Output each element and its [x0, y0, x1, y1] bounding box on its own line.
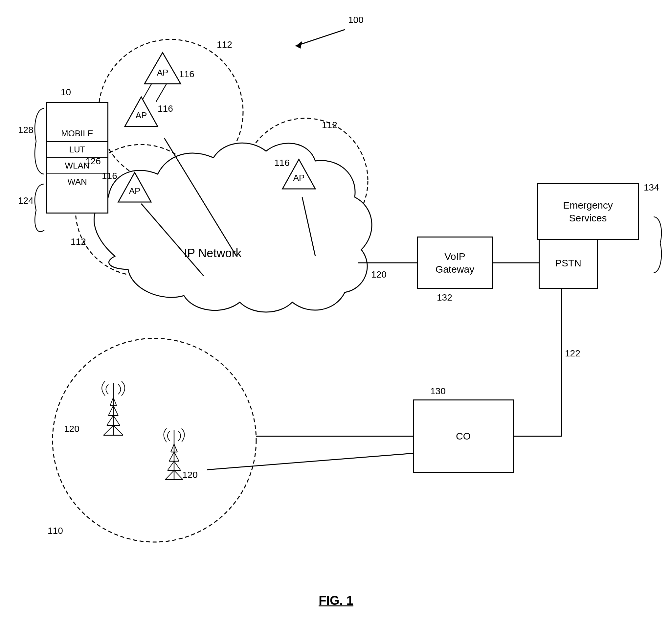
svg-line-33 — [174, 444, 177, 452]
ref-116-4: 116 — [274, 158, 290, 168]
tower-2 — [159, 427, 189, 483]
svg-line-16 — [113, 416, 120, 425]
diagram: 100 MOBILE LUT WLAN WAN 10 128 124 126 1… — [0, 0, 672, 634]
svg-text:AP: AP — [157, 68, 168, 77]
ap-triangle-1: AP — [143, 51, 182, 87]
ref-116-3: 116 — [102, 171, 117, 181]
svg-line-14 — [113, 425, 123, 435]
mobile-label: MOBILE — [47, 126, 107, 142]
ref-120-left: 120 — [64, 424, 79, 434]
svg-line-18 — [113, 406, 118, 416]
svg-line-26 — [165, 470, 174, 479]
bracket-134 — [654, 217, 662, 273]
main-svg — [0, 0, 672, 634]
ref-134: 134 — [644, 182, 659, 193]
svg-line-29 — [174, 461, 181, 470]
bracket-124 — [35, 184, 44, 232]
svg-line-20 — [113, 398, 117, 406]
ref-112-right: 112 — [322, 120, 337, 131]
ref-110: 110 — [48, 525, 63, 536]
emergency-label: Emergency Services — [563, 199, 613, 225]
arrow-100-line — [295, 29, 345, 46]
dashed-circle-bottom — [52, 338, 256, 542]
svg-line-17 — [109, 406, 113, 416]
tower-1 — [97, 379, 130, 439]
ref-10: 10 — [61, 87, 71, 98]
ap-triangle-2: AP — [123, 95, 159, 128]
pstn-box: PSTN — [539, 236, 598, 289]
ap-triangle-3: AP — [117, 171, 153, 204]
ref-130: 130 — [430, 386, 446, 397]
pstn-label: PSTN — [555, 257, 581, 269]
svg-line-32 — [171, 444, 174, 452]
svg-text:AP: AP — [293, 173, 305, 183]
voip-gateway-box: VoIP Gateway — [417, 236, 493, 289]
ref-132: 132 — [437, 292, 452, 303]
ip-network-cloud — [94, 143, 372, 312]
ref-100: 100 — [348, 15, 364, 25]
svg-line-15 — [107, 416, 113, 425]
wan-label: WAN — [47, 174, 107, 190]
svg-line-13 — [103, 425, 113, 435]
arrow-100-head — [295, 41, 302, 49]
ref-126: 126 — [86, 156, 101, 167]
ref-120-right: 120 — [371, 269, 387, 280]
ref-116-2: 116 — [158, 103, 173, 114]
svg-line-27 — [174, 470, 183, 479]
ref-128: 128 — [18, 125, 33, 135]
ref-124: 124 — [18, 195, 33, 206]
ref-112-top: 112 — [217, 40, 232, 50]
bracket-128 — [35, 109, 44, 174]
svg-line-30 — [169, 452, 174, 461]
ref-112-bottom: 112 — [71, 236, 86, 247]
line-tower2-co — [207, 453, 413, 470]
svg-line-19 — [110, 398, 113, 406]
co-box: CO — [413, 399, 514, 473]
svg-text:AP: AP — [136, 110, 147, 120]
ref-122: 122 — [565, 348, 580, 359]
ref-116-1: 116 — [179, 69, 194, 79]
ip-network-label: IP Network — [184, 246, 241, 260]
emergency-services-box: Emergency Services — [537, 183, 639, 240]
svg-line-28 — [168, 461, 174, 470]
svg-line-31 — [174, 452, 179, 461]
svg-text:AP: AP — [129, 186, 141, 196]
fig-label: FIG. 1 — [0, 594, 672, 608]
voip-label: VoIP Gateway — [435, 250, 474, 276]
lut-label: LUT — [47, 142, 107, 158]
co-label: CO — [456, 430, 471, 443]
